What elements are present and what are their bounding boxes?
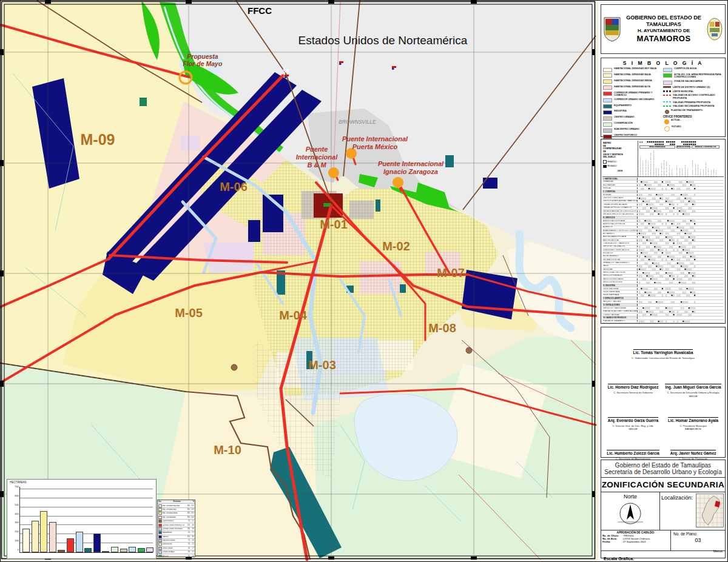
- legend-swatch-rect: [603, 122, 612, 127]
- scale-unit: Metros: [713, 549, 723, 553]
- north-arrow-icon: [617, 500, 644, 527]
- legend-label: CENTRO URBANO: [614, 116, 635, 118]
- gov-line4: MATAMOROS: [621, 34, 706, 44]
- map-label: FFCC: [248, 5, 272, 16]
- chart-bar: [76, 532, 83, 552]
- legend-item: HABITACIONAL DENSIDAD BAJA: [603, 73, 663, 78]
- legend-label: EQUIPAMIENTO: [614, 104, 632, 107]
- chart-bar: [146, 547, 153, 552]
- chart-bar: [102, 551, 109, 552]
- legend-item: CENTRO HISTORICO: [603, 134, 663, 139]
- legend-item: CORREDOR URBANO PRIMARIO Y COMERCIO: [603, 92, 663, 97]
- usos-label: USOS: [603, 170, 637, 172]
- chart-bar: [120, 549, 127, 552]
- legend-item: VIALIDAD DE ACCESO CONTROLADO PROPUESTA: [663, 94, 723, 99]
- map-sheet: FFCCEstados Unidos de NorteaméricaPropue…: [0, 0, 728, 562]
- legend-item: CENTRO URBANO: [603, 116, 663, 121]
- gov-line3: H. AYUNTAMIENTO DE: [621, 28, 706, 34]
- chart-bar: [129, 547, 136, 552]
- org-line1: Gobierno del Estado de Tamaulipas: [601, 462, 725, 469]
- legend-swatch-rect: [663, 73, 672, 78]
- map-label: Puente: [306, 146, 328, 153]
- matamoros-shield-icon: [706, 17, 723, 41]
- plan-title: ZONIFICACIÓN SECUNDARIA: [601, 478, 725, 492]
- tamaulipas-shield-icon: [603, 16, 621, 42]
- cabildo-approval: APROBACIÓN DE CABILDO: No. de Oficio:788…: [601, 530, 671, 550]
- location-minimap: [696, 493, 724, 527]
- legend-box: S I M B O L O G Í A HABITACIONAL DENSIDA…: [601, 58, 726, 137]
- legend-label: VIALIDAD SECUNDARIA PROPUESTA: [673, 105, 715, 107]
- legend-label: PLANTAS DE TRATAMIENTO: [671, 109, 703, 112]
- location-label: Localización:: [661, 493, 693, 529]
- legend-swatch-rect: [603, 110, 612, 115]
- legend-item: CONSERVACIÓN: [603, 122, 663, 127]
- chart-title: HECTÁREAS: [10, 481, 27, 484]
- chart-bar: [138, 548, 145, 552]
- legend-label: HABITACIONAL DENSIDAD BAJA: [614, 73, 651, 76]
- legend-item: CUERPOS DE AGUA: [663, 67, 723, 72]
- signatures-box: Lic. Tomás Yarrington RuvalcabaC. Gobern…: [601, 327, 726, 458]
- legend-item: VIALIDAD SECUNDARIA PROPUESTA: [663, 105, 723, 107]
- gov-line1: GOBIERNO DEL ESTADO DE: [621, 15, 706, 21]
- signature-cell: Ing. Juan Miguel García GarcíaC. Secreta…: [665, 380, 721, 398]
- legend-label: HABITACIONAL DENSIDAD ALTA: [614, 85, 650, 88]
- legend-swatch-ring: [664, 126, 670, 132]
- legend-swatch-rect: [603, 79, 612, 84]
- map-label: M-07: [437, 266, 465, 279]
- title-header: GOBIERNO DEL ESTADO DE TAMAULIPAS H. AYU…: [601, 4, 726, 54]
- scale-bar: Escala Gráfica: 10000100020003000 Metros: [601, 551, 725, 562]
- map-label: M-08: [428, 321, 456, 335]
- legend-swatch-dashline: [663, 90, 671, 92]
- chart-bar: [22, 529, 30, 552]
- legend-label: VIALIDAD DE ACCESO CONTROLADO PROPUESTA: [673, 94, 723, 99]
- legend-label: CORREDOR URBANO SECUNDARIO: [614, 98, 654, 101]
- legend-swatch-rect: [603, 92, 612, 96]
- map-label: M-05: [175, 306, 203, 319]
- legend-label: CUERPOS DE AGUA: [674, 67, 696, 70]
- legend-label: ACTUAL: [671, 119, 681, 121]
- summary-row: Acta 293451.9: [158, 554, 195, 557]
- legend-swatch-rect: [603, 129, 612, 133]
- border-crossing-actual: [393, 177, 403, 188]
- sidebar: GOBIERNO DEL ESTADO DE TAMAULIPAS H. AYU…: [600, 1, 727, 562]
- legend-swatch-dashline: [663, 101, 671, 102]
- legend-title: S I M B O L O G Í A: [603, 60, 723, 66]
- legend-label: HABITACIONAL DENSIDAD MUY BAJA: [614, 67, 656, 70]
- legend-swatch-dashline: [663, 105, 671, 107]
- legend-label: INDUSTRIA: [614, 110, 627, 112]
- legend-item: LÍMITE MUNICIPAL: [663, 90, 723, 93]
- map-label: Estados Unidos de Norteamérica: [298, 34, 468, 47]
- legend-swatch-rect: [603, 116, 612, 121]
- plano-number-cell: No. de Plano: 03: [671, 530, 725, 550]
- legend-item: SUBCENTRO URBANO: [603, 128, 663, 133]
- treatment-plant-dot: [466, 347, 472, 353]
- legend-swatch-dot: [665, 110, 669, 114]
- zoning-map: FFCCEstados Unidos de NorteaméricaPropue…: [1, 1, 598, 562]
- legend-label: CONSERVACIÓN: [614, 122, 633, 124]
- legend-label: CENTRO HISTORICO: [614, 134, 637, 136]
- chart-bar: [40, 511, 47, 552]
- north-label: Norte: [601, 493, 659, 500]
- matrix-rows: I. HABITACIONALUNIFAMILIAR ■□□□ □□ ■ □□□…: [602, 177, 724, 324]
- map-label: M-01: [320, 218, 348, 231]
- legend-label: LÍMITE DE DISTRITO URBANO (D): [673, 86, 710, 89]
- plano-number: 03: [673, 537, 723, 543]
- legend-item: INDUSTRIA: [603, 110, 663, 115]
- chart-bar: [32, 521, 39, 552]
- legend-left-column: HABITACIONAL DENSIDAD MUY BAJAHABITACION…: [603, 67, 663, 140]
- legend-right-column: CUERPOS DE AGUAACTA 293, O/A: AREA RESTR…: [663, 67, 723, 140]
- map-label: M-06: [220, 180, 248, 193]
- map-label: Flor de Mayo: [183, 60, 223, 67]
- map-label: Internacional: [296, 153, 338, 161]
- prohibido-label: PROHIBIDO: [607, 165, 617, 167]
- gov-line2: TAMAULIPAS: [621, 21, 706, 28]
- border-crossing-actual: [328, 167, 339, 178]
- signature-governor: Lic. Tomás Yarrington RuvalcabaC. Gobern…: [605, 346, 721, 360]
- map-label: Puente Internacional: [342, 135, 408, 142]
- legend-item: ACTA 293, O/A: AREA RESTRINGIDA PARA CON…: [663, 73, 723, 79]
- legend-subheading: CRUCE FRONTERIZO: [663, 115, 723, 118]
- chart-bar: [67, 538, 74, 552]
- landuse-summary-table: UsoHectáreas%Hab. Densidad Muy Baja26011…: [157, 500, 195, 557]
- legend-label: LÍMITE MUNICIPAL: [673, 90, 693, 93]
- signature-grid: Lic. Homero Díaz RodríguezC. Secretario …: [605, 380, 721, 467]
